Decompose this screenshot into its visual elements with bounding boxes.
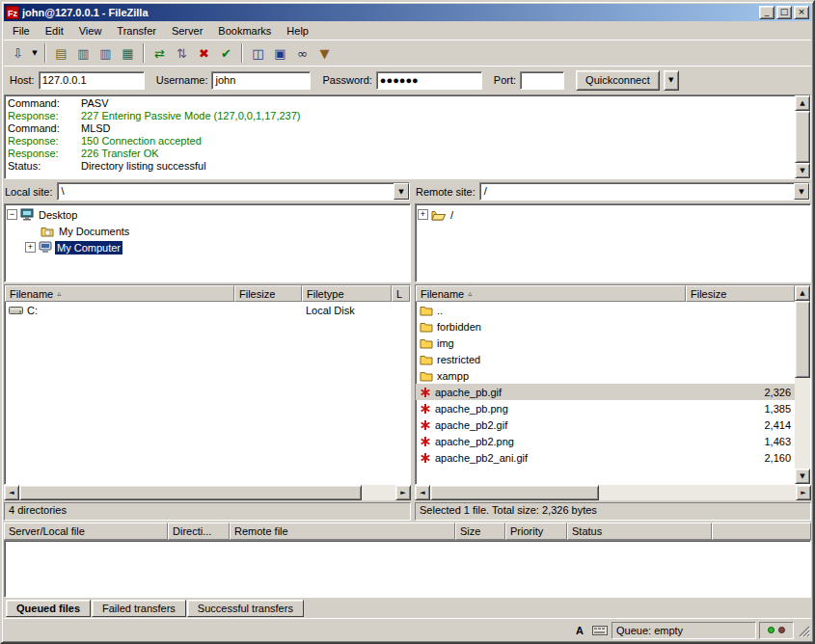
scroll-down-icon[interactable]: ▼ xyxy=(795,469,810,484)
remote-file-row[interactable]: xampp xyxy=(416,367,795,384)
column-header-size[interactable]: Size xyxy=(455,523,505,540)
toolbar-separator xyxy=(241,43,243,63)
column-header-filename[interactable]: Filename▵ xyxy=(5,285,234,302)
menubar: File Edit View Transfer Server Bookmarks… xyxy=(4,21,811,40)
menu-server[interactable]: Server xyxy=(164,23,210,39)
menu-edit[interactable]: Edit xyxy=(38,23,71,39)
remote-file-row[interactable]: .. xyxy=(416,302,795,318)
log-scrollbar[interactable]: ▲ ▼ xyxy=(795,95,810,178)
column-header-filesize[interactable]: Filesize xyxy=(686,285,795,302)
log-line: Response:150 Connection accepted xyxy=(8,135,793,148)
transfer-queue-list[interactable] xyxy=(4,540,811,598)
refresh-icon[interactable]: ⇄ xyxy=(149,42,171,64)
tree-item-my-documents[interactable]: My Documents xyxy=(7,223,408,239)
column-header-filetype[interactable]: Filetype xyxy=(302,285,392,302)
collapse-icon[interactable]: − xyxy=(7,209,17,220)
minimize-button[interactable]: _ xyxy=(759,6,774,19)
remote-file-row[interactable]: apache_pb2.gif 2,414 xyxy=(416,416,795,433)
transfer-type-icon[interactable]: A xyxy=(571,623,588,638)
message-log: Command:PASV Response:227 Entering Passi… xyxy=(4,94,811,179)
local-file-row[interactable]: C: Local Disk xyxy=(5,302,410,318)
scrollbar-thumb[interactable] xyxy=(795,301,810,378)
host-input[interactable] xyxy=(39,71,145,90)
menu-view[interactable]: View xyxy=(71,23,110,39)
site-manager-icon[interactable]: ⇩ xyxy=(7,42,29,64)
tree-item-root[interactable]: + / xyxy=(418,206,808,223)
quickconnect-bar: Host: Username: Password: Port: Quickcon… xyxy=(4,66,811,94)
scrollbar-thumb[interactable] xyxy=(19,485,362,500)
scroll-left-icon[interactable]: ◄ xyxy=(415,485,430,500)
scroll-up-icon[interactable]: ▲ xyxy=(795,285,810,301)
menu-bookmarks[interactable]: Bookmarks xyxy=(210,23,279,39)
toggle-remote-tree-icon[interactable]: ▥ xyxy=(95,42,117,64)
tab-failed-transfers[interactable]: Failed transfers xyxy=(92,600,186,617)
remote-list-header: Filename▵ Filesize xyxy=(416,285,795,302)
menu-transfer[interactable]: Transfer xyxy=(109,23,164,39)
toggle-message-log-icon[interactable]: ▤ xyxy=(50,42,72,64)
process-queue-icon[interactable]: ⇅ xyxy=(171,42,193,64)
remote-file-row-selected[interactable]: apache_pb.gif 2,326 xyxy=(416,384,795,400)
column-header-lastmodified[interactable]: L xyxy=(392,285,410,302)
column-header-filesize[interactable]: Filesize xyxy=(234,285,302,302)
remote-file-row[interactable]: forbidden xyxy=(416,318,795,335)
column-header-priority[interactable]: Priority xyxy=(505,523,567,540)
scroll-right-icon[interactable]: ► xyxy=(395,485,411,500)
toggle-transfer-queue-icon[interactable]: ▦ xyxy=(117,42,139,64)
find-files-icon[interactable]: ∞ xyxy=(291,42,313,64)
port-input[interactable] xyxy=(520,71,564,90)
cancel-icon[interactable]: ✖ xyxy=(193,42,215,64)
remote-horizontal-scrollbar[interactable]: ◄ ► xyxy=(415,485,811,500)
local-pane: Local site: \ ▼ − Desktop My Documents xyxy=(4,181,411,521)
combo-dropdown-icon[interactable]: ▼ xyxy=(794,183,809,200)
image-file-icon xyxy=(420,436,431,447)
password-input[interactable] xyxy=(376,71,482,90)
synchronized-browsing-icon[interactable]: ▣ xyxy=(269,42,291,64)
remote-file-row[interactable]: apache_pb2.png 1,463 xyxy=(416,433,795,449)
maximize-button[interactable]: □ xyxy=(776,6,792,19)
scroll-left-icon[interactable]: ◄ xyxy=(4,485,19,500)
tab-successful-transfers[interactable]: Successful transfers xyxy=(187,600,304,617)
queue-tabs: Queued files Failed transfers Successful… xyxy=(4,598,811,618)
log-line: Status:Directory listing successful xyxy=(8,160,793,173)
remote-file-row[interactable]: restricted xyxy=(416,351,795,367)
local-horizontal-scrollbar[interactable]: ◄ ► xyxy=(4,485,411,500)
toolbar-separator xyxy=(44,43,46,63)
column-header-filename[interactable]: Filename▵ xyxy=(416,285,686,302)
menu-file[interactable]: File xyxy=(5,23,38,39)
scroll-up-icon[interactable]: ▲ xyxy=(795,95,810,111)
directory-comparison-icon[interactable]: ◫ xyxy=(247,42,269,64)
tab-queued-files[interactable]: Queued files xyxy=(6,600,91,617)
quickconnect-dropdown-icon[interactable]: ▼ xyxy=(664,70,679,91)
column-header-remote-file[interactable]: Remote file xyxy=(230,523,455,540)
close-button[interactable]: × xyxy=(794,6,809,19)
remote-site-combo[interactable]: / ▼ xyxy=(479,182,810,201)
expand-icon[interactable]: + xyxy=(25,242,36,253)
expand-icon[interactable]: + xyxy=(418,209,428,220)
site-manager-dropdown-icon[interactable]: ▼ xyxy=(29,42,41,64)
scrollbar-thumb[interactable] xyxy=(795,111,810,163)
column-header-direction[interactable]: Directi... xyxy=(168,523,230,540)
resize-grip[interactable] xyxy=(797,624,810,637)
tree-item-my-computer[interactable]: + My Computer xyxy=(7,239,408,255)
local-site-combo[interactable]: \ ▼ xyxy=(57,182,410,201)
menu-help[interactable]: Help xyxy=(279,23,316,39)
scrollbar-thumb[interactable] xyxy=(430,485,599,500)
combo-dropdown-icon[interactable]: ▼ xyxy=(394,183,409,200)
tree-item-desktop[interactable]: − Desktop xyxy=(7,206,408,223)
remote-file-row[interactable]: apache_pb.png 1,385 xyxy=(416,400,795,416)
remote-file-row[interactable]: apache_pb2_ani.gif 2,160 xyxy=(416,449,795,466)
disconnect-icon[interactable]: ✔ xyxy=(215,42,237,64)
folder-icon xyxy=(420,337,433,349)
remote-file-row[interactable]: img xyxy=(416,335,795,351)
toggle-local-tree-icon[interactable]: ▥ xyxy=(72,42,95,64)
column-header-status[interactable]: Status xyxy=(567,523,712,540)
username-input[interactable] xyxy=(211,71,311,90)
window-title: john@127.0.0.1 - FileZilla xyxy=(22,7,756,18)
remote-vertical-scrollbar[interactable]: ▲ ▼ xyxy=(795,285,810,484)
quickconnect-button[interactable]: Quickconnect xyxy=(576,70,660,91)
scroll-right-icon[interactable]: ► xyxy=(796,485,811,500)
scroll-down-icon[interactable]: ▼ xyxy=(795,163,810,178)
column-header-server-local-file[interactable]: Server/Local file xyxy=(4,523,168,540)
filter-icon[interactable]: ▼ xyxy=(313,42,336,64)
remote-file-list: Filename▵ Filesize .. forbidden img xyxy=(415,284,811,485)
